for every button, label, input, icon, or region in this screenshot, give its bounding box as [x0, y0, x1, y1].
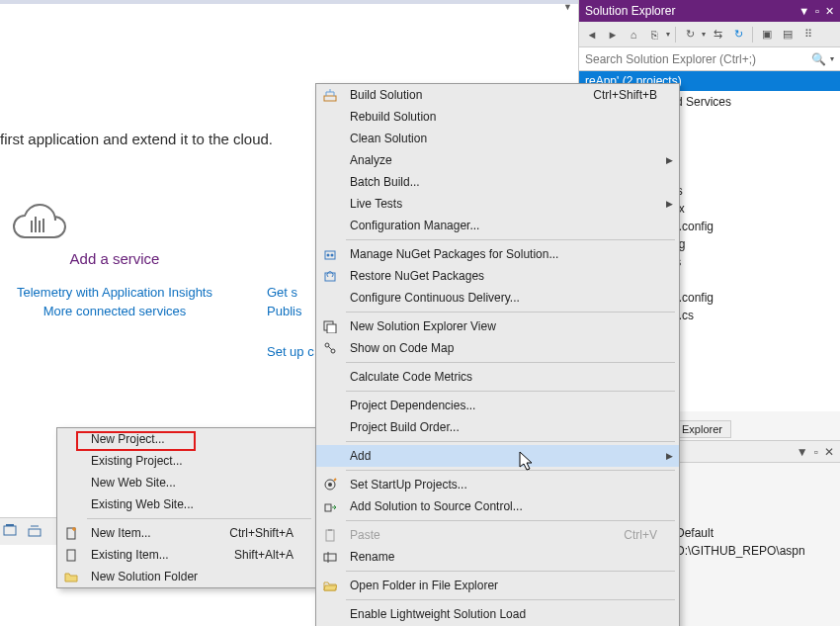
svg-rect-6: [29, 529, 41, 536]
menu-item-batch-build[interactable]: Batch Build...: [316, 171, 679, 193]
search-input[interactable]: [585, 52, 811, 66]
menu-item-add-solution-to-source-control[interactable]: Add Solution to Source Control...: [316, 495, 679, 517]
menu-item-restore-nuget-packages[interactable]: Restore NuGet Packages: [316, 265, 679, 287]
menu-item-existing-item[interactable]: Existing Item...Shift+Alt+A: [57, 544, 315, 566]
more-services-link[interactable]: More connected services: [6, 304, 223, 318]
menu-label: Configure Continuous Delivery...: [344, 291, 661, 305]
menu-label: Batch Build...: [344, 175, 661, 189]
solution-explorer-search[interactable]: 🔍 ▾: [579, 47, 840, 71]
menu-item-project-build-order[interactable]: Project Build Order...: [316, 416, 679, 438]
dropdown-icon[interactable]: ▼: [798, 0, 809, 22]
menu-separator: [346, 391, 675, 392]
solution-explorer-title: Solution Explorer: [585, 0, 675, 22]
collapse-icon[interactable]: ⇆: [709, 26, 726, 44]
menu-item-calculate-code-metrics[interactable]: Calculate Code Metrics: [316, 366, 679, 388]
menu-item-set-startup-projects[interactable]: Set StartUp Projects...: [316, 474, 679, 495]
menu-item-open-folder-in-file-explorer[interactable]: Open Folder in File Explorer: [316, 575, 679, 596]
close-icon[interactable]: ✕: [824, 441, 834, 463]
svg-rect-23: [326, 530, 334, 541]
svg-point-13: [331, 254, 334, 257]
svg-rect-10: [324, 96, 336, 101]
menu-label: Build Solution: [344, 88, 593, 102]
home-icon[interactable]: ⌂: [625, 26, 642, 44]
restore-icon: [316, 269, 344, 283]
menu-item-rebuild-solution[interactable]: Rebuild Solution: [316, 106, 679, 128]
pin-icon[interactable]: ▫: [815, 0, 819, 22]
svg-rect-14: [325, 273, 335, 281]
svg-rect-5: [6, 524, 14, 526]
back-icon[interactable]: ◄: [583, 26, 601, 44]
sync-icon[interactable]: ⎘: [645, 26, 663, 44]
menu-separator: [87, 518, 311, 519]
pin-icon[interactable]: ▫: [814, 441, 818, 463]
forward-icon[interactable]: ►: [604, 26, 622, 44]
menu-separator: [346, 312, 675, 313]
menu-item-build-solution[interactable]: Build SolutionCtrl+Shift+B: [316, 84, 679, 106]
add-service-block: Add a service Telemetry with Application…: [6, 197, 223, 322]
menu-item-new-web-site[interactable]: New Web Site...: [57, 472, 315, 493]
show-all-icon[interactable]: ▣: [758, 26, 776, 44]
open-folder-icon: [316, 579, 344, 592]
menu-label: Rebuild Solution: [344, 110, 661, 124]
menu-item-analyze[interactable]: Analyze▶: [316, 149, 679, 171]
close-icon[interactable]: ✕: [825, 0, 834, 22]
menu-label: Existing Item...: [85, 548, 234, 562]
menu-label: Project Dependencies...: [344, 399, 661, 412]
menu-item-configure-continuous-delivery[interactable]: Configure Continuous Delivery...: [316, 287, 679, 309]
telemetry-link[interactable]: Telemetry with Application Insights: [6, 285, 223, 300]
submenu-arrow-icon: ▶: [666, 199, 673, 209]
menu-shortcut: Shift+Alt+A: [234, 548, 297, 562]
preview-icon[interactable]: ⠿: [799, 26, 817, 44]
svg-rect-22: [325, 504, 331, 511]
nuget-icon: [316, 247, 344, 261]
menu-label: New Solution Folder: [85, 570, 297, 583]
toolbar-icon-2[interactable]: [27, 522, 44, 540]
menu-item-live-tests[interactable]: Live Tests▶: [316, 193, 679, 215]
menu-item-new-item[interactable]: New Item...Ctrl+Shift+A: [57, 522, 315, 544]
solution-explorer-header: Solution Explorer ▼ ▫ ✕: [579, 0, 840, 22]
solution-explorer-toolbar: ◄ ► ⌂ ⎘ ▾ ↻ ▾ ⇆ ↻ ▣ ▤ ⠿: [579, 22, 840, 47]
startup-icon: [316, 478, 344, 492]
menu-item-project-dependencies[interactable]: Project Dependencies...: [316, 395, 679, 416]
menu-item-rename[interactable]: Rename: [316, 546, 679, 568]
search-icon[interactable]: 🔍: [811, 52, 826, 66]
toolbar-icon-1[interactable]: [2, 522, 20, 540]
intro-text: first application and extend it to the c…: [0, 131, 273, 147]
menu-item-paste: PasteCtrl+V: [316, 524, 679, 546]
svg-line-19: [328, 346, 332, 350]
add-service-title: Add a service: [6, 250, 223, 267]
menu-label: Add Solution to Source Control...: [344, 499, 661, 513]
menu-separator: [346, 239, 675, 240]
menu-label: Live Tests: [344, 197, 661, 211]
menu-item-new-project[interactable]: New Project...: [57, 428, 315, 450]
menu-item-enable-lightweight-solution-load[interactable]: Enable Lightweight Solution Load: [316, 603, 679, 625]
menu-item-manage-nuget-packages-for-solution[interactable]: Manage NuGet Packages for Solution...: [316, 243, 679, 265]
svg-point-21: [328, 483, 332, 487]
svg-rect-24: [328, 529, 332, 531]
menu-shortcut: Ctrl+V: [624, 528, 661, 542]
menu-label: Set StartUp Projects...: [344, 478, 661, 492]
dropdown-icon[interactable]: ▼: [797, 441, 808, 463]
menu-item-add[interactable]: Add▶: [316, 445, 679, 467]
menu-item-new-solution-explorer-view[interactable]: New Solution Explorer View: [316, 315, 679, 337]
svg-rect-4: [4, 526, 16, 535]
menu-label: Existing Project...: [85, 454, 297, 468]
menu-shortcut: Ctrl+Shift+B: [593, 88, 661, 102]
chevron-down-icon[interactable]: ▼: [563, 2, 572, 12]
refresh-icon[interactable]: ↻: [729, 26, 747, 44]
submenu-arrow-icon: ▶: [666, 451, 673, 461]
menu-item-clean-solution[interactable]: Clean Solution: [316, 128, 679, 149]
menu-item-new-solution-folder[interactable]: New Solution Folder: [57, 566, 315, 587]
menu-label: New Solution Explorer View: [344, 319, 661, 333]
properties-icon[interactable]: ▤: [779, 26, 797, 44]
menu-item-existing-web-site[interactable]: Existing Web Site...: [57, 493, 315, 515]
rename-icon: [316, 550, 344, 564]
menu-item-existing-project[interactable]: Existing Project...: [57, 450, 315, 472]
history-icon[interactable]: ↻: [681, 26, 699, 44]
menu-label: Project Build Order...: [344, 420, 661, 434]
menu-label: New Item...: [85, 526, 229, 540]
menu-item-configuration-manager[interactable]: Configuration Manager...: [316, 215, 679, 236]
menu-separator: [346, 571, 675, 572]
menu-item-show-on-code-map[interactable]: Show on Code Map: [316, 337, 679, 359]
new-view-icon: [316, 319, 344, 333]
